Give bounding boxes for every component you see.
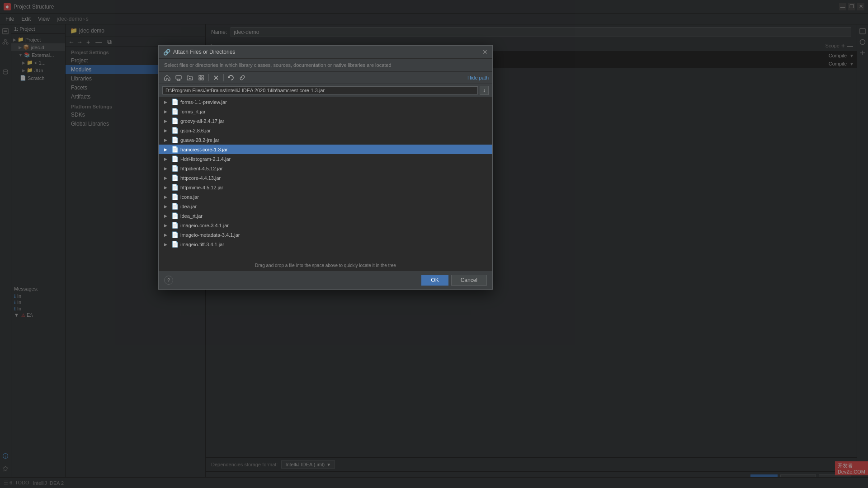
modal-cancel-button[interactable]: Cancel [451,275,487,286]
jar-icon-5: 📄 [171,146,179,153]
svg-rect-18 [176,75,181,79]
jar-icon-13: 📄 [171,222,179,229]
file-name-11: idea.jar [180,204,197,209]
modal-overlay: 🔗 Attach Files or Directories ✕ Select f… [0,0,868,488]
cancel-selection-button[interactable] [211,74,221,82]
svg-rect-24 [199,75,201,77]
link-button[interactable] [237,74,247,82]
file-name-0: forms-1.1-preview.jar [180,99,227,105]
jar-icon-15: 📄 [171,241,179,248]
jar-icon-2: 📄 [171,117,179,124]
hide-path-button[interactable]: Hide path [467,75,489,80]
toolbar-divider-1 [208,74,209,81]
jar-icon-1: 📄 [171,108,179,115]
file-name-4: guava-28.2-jre.jar [180,137,219,143]
file-arrow-13: ▶ [164,223,170,228]
jar-icon-11: 📄 [171,203,179,210]
jar-icon-0: 📄 [171,99,179,105]
svg-rect-27 [202,78,203,80]
file-item-15[interactable]: ▶ 📄 imageio-tiff-3.4.1.jar [159,239,492,249]
file-item-13[interactable]: ▶ 📄 imageio-core-3.4.1.jar [159,221,492,230]
file-arrow-10: ▶ [164,195,170,199]
modal-title: Attach Files or Directories [173,49,480,55]
jar-icon-14: 📄 [171,231,179,238]
file-name-7: httpclient-4.5.12.jar [180,166,223,171]
path-browse-button[interactable]: ↓ [480,86,489,95]
home-button[interactable] [162,74,172,82]
file-item-10[interactable]: ▶ 📄 icons.jar [159,192,492,202]
file-arrow-2: ▶ [164,119,170,123]
file-name-8: httpcore-4.4.13.jar [180,175,221,181]
modal-bottom: ? OK Cancel [159,271,492,289]
file-name-13: imageio-core-3.4.1.jar [180,223,229,228]
modal-subtitle: Select files or directories in which lib… [159,59,492,72]
file-list[interactable]: ▶ 📄 forms-1.1-preview.jar ▶ 📄 forms_rt.j… [159,97,492,260]
jar-icon-9: 📄 [171,184,179,191]
file-arrow-12: ▶ [164,214,170,218]
file-toolbar: Hide path [159,72,492,84]
new-folder-button[interactable] [185,74,195,82]
file-arrow-11: ▶ [164,204,170,209]
file-name-15: imageio-tiff-3.4.1.jar [180,242,224,247]
svg-rect-25 [202,75,203,77]
file-item-11[interactable]: ▶ 📄 idea.jar [159,202,492,211]
file-name-10: icons.jar [180,194,199,200]
modal-action-buttons: OK Cancel [421,275,487,286]
jar-icon-4: 📄 [171,136,179,143]
file-item-9[interactable]: ▶ 📄 httpmime-4.5.12.jar [159,183,492,192]
desktop-button[interactable] [174,74,184,82]
file-arrow-15: ▶ [164,242,170,247]
jar-icon-8: 📄 [171,174,179,181]
file-item-0[interactable]: ▶ 📄 forms-1.1-preview.jar [159,97,492,107]
file-item-7[interactable]: ▶ 📄 httpclient-4.5.12.jar [159,164,492,173]
jar-icon-12: 📄 [171,212,179,219]
help-button[interactable]: ? [164,276,173,285]
attach-files-dialog: 🔗 Attach Files or Directories ✕ Select f… [158,45,493,290]
file-item-3[interactable]: ▶ 📄 gson-2.8.6.jar [159,126,492,135]
file-name-1: forms_rt.jar [180,109,206,114]
file-item-8[interactable]: ▶ 📄 httpcore-4.4.13.jar [159,173,492,183]
file-arrow-4: ▶ [164,138,170,142]
expand-button[interactable] [196,74,206,82]
file-arrow-7: ▶ [164,166,170,171]
drag-hint: Drag and drop a file into the space abov… [159,260,492,271]
refresh-button[interactable] [226,74,236,82]
file-item-12[interactable]: ▶ 📄 idea_rt.jar [159,211,492,221]
file-arrow-8: ▶ [164,176,170,180]
file-arrow-5: ▶ [164,147,170,152]
file-name-2: groovy-all-2.4.17.jar [180,118,224,124]
file-arrow-6: ▶ [164,157,170,161]
toolbar-divider-2 [223,74,224,81]
file-arrow-0: ▶ [164,100,170,104]
svg-rect-26 [199,78,201,80]
jar-icon-3: 📄 [171,127,179,134]
path-input[interactable] [162,86,478,94]
file-name-12: idea_rt.jar [180,213,203,219]
modal-close-button[interactable]: ✕ [482,48,488,56]
file-arrow-14: ▶ [164,233,170,237]
jar-icon-6: 📄 [171,155,179,162]
file-item-4[interactable]: ▶ 📄 guava-28.2-jre.jar [159,135,492,145]
file-item-5[interactable]: ▶ 📄 hamcrest-core-1.3.jar [159,145,492,154]
file-arrow-9: ▶ [164,185,170,190]
file-name-3: gson-2.8.6.jar [180,128,211,133]
jar-icon-7: 📄 [171,165,179,172]
modal-ok-button[interactable]: OK [421,275,448,286]
file-name-6: HdrHistogram-2.1.4.jar [180,156,231,162]
file-item-2[interactable]: ▶ 📄 groovy-all-2.4.17.jar [159,116,492,126]
modal-icon: 🔗 [163,49,170,56]
modal-title-bar: 🔗 Attach Files or Directories ✕ [159,46,492,59]
path-bar: ↓ [159,84,492,97]
file-item-14[interactable]: ▶ 📄 imageio-metadata-3.4.1.jar [159,230,492,239]
file-item-6[interactable]: ▶ 📄 HdrHistogram-2.1.4.jar [159,154,492,164]
file-item-1[interactable]: ▶ 📄 forms_rt.jar [159,107,492,116]
file-name-5: hamcrest-core-1.3.jar [180,147,228,152]
file-arrow-3: ▶ [164,128,170,133]
file-arrow-1: ▶ [164,109,170,114]
file-name-9: httpmime-4.5.12.jar [180,185,223,190]
file-name-14: imageio-metadata-3.4.1.jar [180,232,240,238]
jar-icon-10: 📄 [171,193,179,200]
